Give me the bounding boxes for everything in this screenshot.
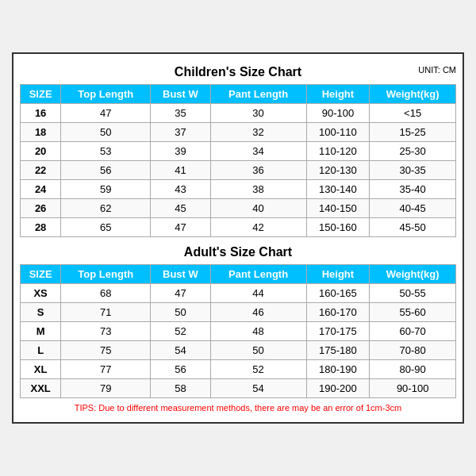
cell: 90-100 (370, 379, 456, 398)
cell: 170-175 (306, 322, 370, 341)
size-chart-container: Children's Size Chart UNIT: CM SIZE Top … (12, 52, 464, 424)
cell: 34 (210, 142, 306, 161)
table-row: 1647353090-100<15 (21, 104, 456, 123)
cell: 60-70 (370, 322, 456, 341)
table-row: 22564136120-13030-35 (21, 161, 456, 180)
table-row: L755450175-18070-80 (21, 341, 456, 360)
children-size-col: 26 (21, 199, 61, 218)
cell: 140-150 (306, 199, 370, 218)
table-row: 18503732100-11015-25 (21, 123, 456, 142)
cell: 45-50 (370, 218, 456, 237)
adult-tbody: XS684744160-16550-55S715046160-17055-60M… (21, 284, 456, 398)
cell: 48 (210, 322, 306, 341)
cell: 160-165 (306, 284, 370, 303)
cell: 56 (151, 360, 210, 379)
col-height: Height (306, 85, 370, 104)
children-size-col: 28 (21, 218, 61, 237)
adult-col-height: Height (306, 265, 370, 284)
children-size-col: 24 (21, 180, 61, 199)
cell: 44 (210, 284, 306, 303)
children-tbody: 1647353090-100<1518503732100-11015-25205… (21, 104, 456, 237)
cell: 77 (61, 360, 151, 379)
cell: 35-40 (370, 180, 456, 199)
table-row: S715046160-17055-60 (21, 303, 456, 322)
cell: 25-30 (370, 142, 456, 161)
adult-col-top-length: Top Length (61, 265, 151, 284)
cell: 56 (61, 161, 151, 180)
cell: 100-110 (306, 123, 370, 142)
children-title: Children's Size Chart UNIT: CM (20, 60, 456, 81)
adult-header-row: SIZE Top Length Bust W Pant Length Heigh… (21, 265, 456, 284)
table-row: 24594338130-14035-40 (21, 180, 456, 199)
table-row: 20533934110-12025-30 (21, 142, 456, 161)
table-row: 28654742150-16045-50 (21, 218, 456, 237)
cell: 43 (151, 180, 210, 199)
cell: 50 (61, 123, 151, 142)
unit-label: UNIT: CM (418, 65, 456, 75)
col-bust-w: Bust W (151, 85, 210, 104)
cell: 90-100 (306, 104, 370, 123)
adult-col-weight: Weight(kg) (370, 265, 456, 284)
table-row: XS684744160-16550-55 (21, 284, 456, 303)
cell: 54 (151, 341, 210, 360)
cell: 40-45 (370, 199, 456, 218)
cell: 73 (61, 322, 151, 341)
adult-col-bust-w: Bust W (151, 265, 210, 284)
cell: 36 (210, 161, 306, 180)
cell: 37 (151, 123, 210, 142)
cell: 39 (151, 142, 210, 161)
children-size-col: 18 (21, 123, 61, 142)
cell: 65 (61, 218, 151, 237)
cell: 52 (151, 322, 210, 341)
cell: 38 (210, 180, 306, 199)
adult-title: Adult's Size Chart (20, 240, 456, 261)
adult-size-col: S (21, 303, 61, 322)
cell: 50 (210, 341, 306, 360)
adult-size-col: M (21, 322, 61, 341)
col-size: SIZE (21, 85, 61, 104)
cell: 62 (61, 199, 151, 218)
cell: 47 (151, 284, 210, 303)
cell: 47 (151, 218, 210, 237)
cell: 53 (61, 142, 151, 161)
adult-col-size: SIZE (21, 265, 61, 284)
cell: 130-140 (306, 180, 370, 199)
col-pant-length: Pant Length (210, 85, 306, 104)
adult-size-col: XL (21, 360, 61, 379)
cell: 180-190 (306, 360, 370, 379)
cell: 70-80 (370, 341, 456, 360)
cell: 46 (210, 303, 306, 322)
cell: 47 (61, 104, 151, 123)
cell: 80-90 (370, 360, 456, 379)
cell: 75 (61, 341, 151, 360)
cell: 160-170 (306, 303, 370, 322)
children-size-col: 16 (21, 104, 61, 123)
table-row: XL775652180-19080-90 (21, 360, 456, 379)
cell: 68 (61, 284, 151, 303)
cell: 35 (151, 104, 210, 123)
adult-table: SIZE Top Length Bust W Pant Length Heigh… (20, 264, 456, 398)
cell: 15-25 (370, 123, 456, 142)
children-header-row: SIZE Top Length Bust W Pant Length Heigh… (21, 85, 456, 104)
children-size-col: 22 (21, 161, 61, 180)
adult-size-col: XS (21, 284, 61, 303)
children-table: SIZE Top Length Bust W Pant Length Heigh… (20, 84, 456, 237)
adult-size-col: XXL (21, 379, 61, 398)
cell: 190-200 (306, 379, 370, 398)
table-row: M735248170-17560-70 (21, 322, 456, 341)
cell: 50-55 (370, 284, 456, 303)
cell: 30-35 (370, 161, 456, 180)
table-row: 26624540140-15040-45 (21, 199, 456, 218)
cell: 175-180 (306, 341, 370, 360)
cell: 54 (210, 379, 306, 398)
cell: 52 (210, 360, 306, 379)
cell: 58 (151, 379, 210, 398)
cell: 30 (210, 104, 306, 123)
cell: 79 (61, 379, 151, 398)
col-top-length: Top Length (61, 85, 151, 104)
children-size-col: 20 (21, 142, 61, 161)
table-row: XXL795854190-20090-100 (21, 379, 456, 398)
adult-size-col: L (21, 341, 61, 360)
cell: 110-120 (306, 142, 370, 161)
cell: 59 (61, 180, 151, 199)
